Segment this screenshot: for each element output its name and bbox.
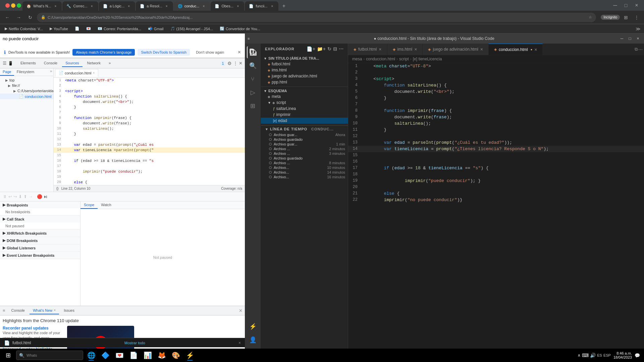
toggle-icon[interactable]: ⏯ bbox=[44, 194, 48, 199]
activity-git-icon[interactable]: ⑂ bbox=[247, 73, 259, 85]
restore-window-button[interactable]: □ bbox=[621, 1, 631, 10]
step-button[interactable]: ⬆ bbox=[23, 194, 27, 199]
tree-item-futbol[interactable]: ◈ futbol.html bbox=[261, 61, 348, 67]
tray-up-arrow[interactable]: ∧ bbox=[578, 353, 581, 358]
dom-header[interactable]: ▶ DOM Breakpoints bbox=[0, 237, 80, 244]
tree-item-ppp[interactable]: ◈ ppp.html bbox=[261, 79, 348, 85]
tree-workspace[interactable]: ▼ SIN TÍTULO (ÁREA DE TRA... bbox=[261, 56, 348, 61]
console-tab-issues[interactable]: Issues bbox=[60, 307, 78, 314]
tree-schema-edad[interactable]: [e] edad bbox=[261, 118, 348, 124]
show-all-button[interactable]: Mostrar todo bbox=[124, 341, 145, 345]
activity-debug-icon[interactable]: ▷ bbox=[247, 86, 259, 99]
timeline-item[interactable]: Archivo ... 8 minutos bbox=[261, 161, 348, 165]
chrome-tab[interactable]: 📄 a Resol... × bbox=[136, 1, 173, 11]
timeline-item[interactable]: Archivo ... 3 minutos bbox=[261, 151, 348, 156]
breadcrumb-part[interactable]: mesa bbox=[352, 57, 362, 61]
timeline-item[interactable]: Archivo guar... 1 min bbox=[261, 142, 348, 146]
vscode-tab-futbol[interactable]: ◈ futbol.html × bbox=[348, 44, 387, 55]
devtools-close-icon[interactable]: × bbox=[239, 60, 242, 66]
match-language-button[interactable]: Always match Chrome's language bbox=[72, 49, 135, 56]
chrome-tab[interactable]: 🏠 What's N... × bbox=[22, 1, 62, 11]
activity-extensions-icon[interactable]: ⊞ bbox=[247, 100, 259, 112]
taskbar-search[interactable]: 🔍 Whats bbox=[16, 351, 83, 360]
console-menu-icon[interactable]: ≡ bbox=[3, 308, 5, 313]
tree-schema-imprimir[interactable]: ƒ imprimir bbox=[261, 112, 348, 118]
chrome-tab[interactable]: 📄 funcii... × bbox=[245, 1, 278, 11]
new-folder-icon[interactable]: 📁+ bbox=[317, 46, 326, 52]
console-close-button[interactable]: × bbox=[239, 308, 242, 314]
recorder-title[interactable]: Recorder panel updates bbox=[3, 326, 63, 330]
activity-remote-icon[interactable]: ⚡ bbox=[247, 320, 259, 333]
devtools-dots-icon[interactable]: ⋮ bbox=[233, 61, 238, 66]
activity-search-icon[interactable]: 🔍 bbox=[247, 60, 259, 72]
console-tab-console[interactable]: Console bbox=[8, 307, 28, 314]
chrome-tab[interactable]: 📄 a Lógic... × bbox=[99, 1, 136, 11]
vscode-close-icon[interactable]: × bbox=[635, 36, 641, 41]
timeline-item[interactable]: Archivo guardado bbox=[261, 156, 348, 161]
tree-item-path[interactable]: ▶ C:/Users/porteriaroldan/OneDri... bbox=[0, 88, 53, 94]
minimize-window-button[interactable]: ─ bbox=[610, 1, 620, 10]
tab-close-icon[interactable]: × bbox=[126, 4, 131, 8]
tree-item-ims[interactable]: ◈ ims.html bbox=[261, 67, 348, 73]
editor-tab-close-icon[interactable]: × bbox=[93, 71, 95, 75]
maximize-button[interactable] bbox=[17, 3, 21, 8]
taskbar-clock[interactable]: 8:46 a.m. 18/04/2023 bbox=[613, 351, 632, 359]
tree-schema-meta[interactable]: ◆ meta bbox=[261, 94, 348, 100]
step-over-button[interactable]: ↩ bbox=[8, 194, 12, 199]
devtools-pointer-icon[interactable]: ☰ bbox=[3, 61, 7, 66]
taskbar-app-corel[interactable]: 🎨 bbox=[169, 349, 182, 361]
activity-account-icon[interactable]: 👤 bbox=[247, 334, 259, 346]
breakpoints-icon[interactable]: 🔴 bbox=[37, 194, 42, 199]
taskbar-app-vscode[interactable]: ⚡ bbox=[183, 349, 197, 361]
more-actions-icon[interactable]: ⋯ bbox=[638, 47, 643, 52]
tree-item-file[interactable]: ▶ file:// bbox=[0, 83, 53, 88]
address-field[interactable]: 🔒 C:/Users/porteriaroldan/OneDrive%20-%2… bbox=[37, 13, 596, 22]
tab-close-icon[interactable]: × bbox=[480, 47, 483, 52]
devtools-tab-network[interactable]: Network bbox=[84, 60, 104, 67]
bookmark-netflix[interactable]: ▶ Netflix Colombia: V... bbox=[3, 26, 45, 32]
step-into-button[interactable]: ↪ bbox=[13, 194, 17, 199]
xhr-header[interactable]: ▶ XHR/fetch Breakpoints bbox=[0, 230, 80, 237]
new-tab-button[interactable]: + bbox=[279, 1, 288, 11]
close-button[interactable] bbox=[5, 3, 10, 8]
new-file-icon[interactable]: 📄+ bbox=[307, 46, 316, 52]
menu-button[interactable]: ⋮ bbox=[632, 13, 641, 22]
tab-close-icon[interactable]: × bbox=[54, 308, 56, 312]
tree-schema-script[interactable]: ▼ ◆ script bbox=[261, 100, 348, 106]
vscode-tab-conduccion[interactable]: ◈ conduccion.html ● × bbox=[489, 44, 543, 55]
pause-button[interactable]: ⏸ bbox=[3, 194, 7, 199]
tree-item-file-active[interactable]: 📄 conduccion.html bbox=[0, 94, 53, 99]
tab-close-icon[interactable]: × bbox=[270, 4, 274, 8]
vscode-menu-icon[interactable]: ≡ bbox=[248, 37, 250, 41]
timeline-item[interactable]: Archivo ... 2 minutos bbox=[261, 146, 348, 151]
timeline-item[interactable]: Archivo... 10 minutos bbox=[261, 165, 348, 170]
notification-close-button[interactable]: × bbox=[238, 341, 241, 345]
bookmark-gmail[interactable]: 📬 Gmail bbox=[146, 26, 166, 32]
extensions-button[interactable]: ⊞ bbox=[621, 13, 631, 22]
taskbar-app-firefox[interactable]: 🦊 bbox=[155, 349, 168, 361]
sources-tab-filesystem[interactable]: Filesystem bbox=[14, 68, 37, 76]
tab-close-icon[interactable]: × bbox=[534, 47, 537, 52]
close-window-button[interactable]: × bbox=[632, 1, 641, 10]
keyboard-icon[interactable]: ⌨ bbox=[582, 353, 589, 358]
collapse-icon[interactable]: ⊟ bbox=[333, 46, 337, 52]
tree-schema-header[interactable]: ▼ ESQUEMA bbox=[261, 88, 348, 94]
bookmark-correo[interactable]: 📧 Correo: Porteriarolda... bbox=[96, 26, 143, 32]
tree-item-juego[interactable]: ◈ juego de adivinación.html bbox=[261, 73, 348, 79]
timeline-item[interactable]: Archivo guardado bbox=[261, 137, 348, 142]
more-icon[interactable]: ⋯ bbox=[339, 46, 344, 52]
close-notification-button[interactable]: × bbox=[238, 49, 241, 55]
sources-code-editor[interactable]: 1 <meta charset="UTF-8"> 2 3 <script> bbox=[54, 78, 245, 185]
vscode-maximize-icon[interactable]: □ bbox=[627, 36, 633, 41]
start-button[interactable]: ⊞ bbox=[1, 349, 15, 361]
notification-center-icon[interactable]: 💬 bbox=[635, 353, 640, 358]
timeline-item[interactable]: Archivo... 16 minutos bbox=[261, 175, 348, 179]
bookmark-converter[interactable]: 🔄 Convertidor de You... bbox=[218, 26, 262, 32]
tree-item-top[interactable]: ▶ top bbox=[0, 77, 53, 83]
activity-explorer-icon[interactable] bbox=[247, 46, 259, 58]
tab-close-icon[interactable]: × bbox=[90, 4, 94, 8]
scope-tab[interactable]: Scope bbox=[80, 201, 98, 209]
speaker-icon[interactable]: 🔊 bbox=[590, 353, 596, 358]
taskbar-app-outlook[interactable]: 💌 bbox=[113, 349, 126, 361]
tab-close-icon[interactable]: × bbox=[53, 4, 58, 8]
